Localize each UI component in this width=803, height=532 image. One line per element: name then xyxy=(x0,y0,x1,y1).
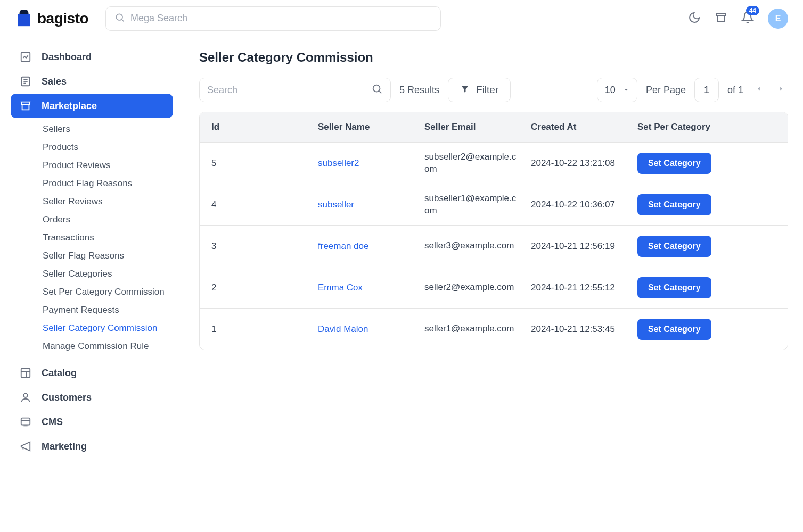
dark-mode-toggle[interactable] xyxy=(688,11,701,26)
subnav-payment-requests[interactable]: Payment Requests xyxy=(11,301,173,319)
table-row: 1David Malonseller1@example.com2024-10-2… xyxy=(200,308,788,350)
cell-created-at: 2024-10-21 12:53:45 xyxy=(531,324,637,335)
table-row: 4subsellersubseller1@example.com2024-10-… xyxy=(200,184,788,225)
subnav-sellers[interactable]: Sellers xyxy=(11,120,173,138)
logo[interactable]: bagisto xyxy=(15,10,88,28)
sidebar-item-sales[interactable]: Sales xyxy=(11,69,173,94)
cell-created-at: 2024-10-22 13:21:08 xyxy=(531,158,637,169)
svg-rect-0 xyxy=(18,14,30,26)
mega-search[interactable] xyxy=(105,6,441,31)
subnav-orders[interactable]: Orders xyxy=(11,211,173,229)
svg-line-16 xyxy=(379,91,381,93)
cell-action: Set Category xyxy=(637,153,776,174)
sidebar-item-cms[interactable]: CMS xyxy=(11,410,173,434)
search-icon xyxy=(371,83,383,97)
search-icon xyxy=(114,12,125,25)
svg-point-15 xyxy=(373,85,380,92)
table-row: 2Emma Coxseller2@example.com2024-10-21 1… xyxy=(200,267,788,308)
set-category-button[interactable]: Set Category xyxy=(637,194,711,215)
dashboard-icon xyxy=(19,51,32,63)
marketplace-submenu: Sellers Products Product Reviews Product… xyxy=(11,118,173,361)
cell-id: 2 xyxy=(211,282,318,293)
notification-badge: 44 xyxy=(746,6,759,15)
set-category-button[interactable]: Set Category xyxy=(637,153,711,174)
th-created-at[interactable]: Created At xyxy=(531,122,637,132)
subnav-products[interactable]: Products xyxy=(11,138,173,156)
cell-seller-name[interactable]: subseller xyxy=(318,200,424,210)
cell-seller-email: subseller2@example.com xyxy=(424,151,531,176)
th-id[interactable]: Id xyxy=(211,122,318,132)
svg-line-2 xyxy=(122,19,124,21)
cell-created-at: 2024-10-21 12:56:19 xyxy=(531,241,637,252)
cell-seller-name[interactable]: Emma Cox xyxy=(318,282,424,293)
subnav-seller-category-commission[interactable]: Seller Category Commission xyxy=(11,319,173,337)
logo-text: bagisto xyxy=(37,10,88,27)
th-seller-name[interactable]: Seller Name xyxy=(318,122,424,132)
svg-point-11 xyxy=(23,394,27,397)
sidebar-item-label: Marketing xyxy=(42,441,87,452)
page-input[interactable] xyxy=(694,78,719,102)
subnav-product-flag-reasons[interactable]: Product Flag Reasons xyxy=(11,174,173,193)
avatar-initial: E xyxy=(775,14,781,23)
cell-seller-email: seller3@example.com xyxy=(424,240,531,252)
subnav-product-reviews[interactable]: Product Reviews xyxy=(11,156,173,174)
catalog-icon xyxy=(19,367,32,379)
svg-point-1 xyxy=(116,14,122,20)
sidebar-item-label: Customers xyxy=(42,392,92,403)
marketplace-icon xyxy=(19,99,32,112)
table-header: Id Seller Name Seller Email Created At S… xyxy=(200,112,788,142)
toolbar: 5 Results Filter 10 Per Page of 1 xyxy=(199,78,788,102)
bag-icon xyxy=(15,10,33,28)
customers-icon xyxy=(19,391,32,404)
cell-action: Set Category xyxy=(637,194,776,215)
set-category-button[interactable]: Set Category xyxy=(637,319,711,340)
set-category-button[interactable]: Set Category xyxy=(637,277,711,298)
perpage-label: Per Page xyxy=(646,85,686,96)
subnav-transactions[interactable]: Transactions xyxy=(11,229,173,247)
th-seller-email[interactable]: Seller Email xyxy=(424,122,531,132)
table-search[interactable] xyxy=(199,78,391,102)
cell-created-at: 2024-10-22 10:36:07 xyxy=(531,200,637,210)
page-of: of 1 xyxy=(727,85,743,96)
mega-search-input[interactable] xyxy=(130,13,432,24)
subnav-set-per-category-commission[interactable]: Set Per Category Commission xyxy=(11,283,173,301)
store-icon[interactable] xyxy=(715,11,727,26)
cell-seller-name[interactable]: David Malon xyxy=(318,324,424,335)
subnav-seller-flag-reasons[interactable]: Seller Flag Reasons xyxy=(11,247,173,265)
table-row: 5subseller2subseller2@example.com2024-10… xyxy=(200,142,788,184)
cell-seller-name[interactable]: freeman doe xyxy=(318,241,424,252)
sidebar-item-dashboard[interactable]: Dashboard xyxy=(11,45,173,69)
sidebar-item-customers[interactable]: Customers xyxy=(11,385,173,410)
topbar: bagisto 44 E xyxy=(0,0,803,37)
avatar[interactable]: E xyxy=(768,9,788,29)
results-count: 5 Results xyxy=(399,85,439,96)
cms-icon xyxy=(19,415,32,428)
th-action: Set Per Category xyxy=(637,122,776,132)
prev-page-button[interactable] xyxy=(752,82,766,98)
sidebar-item-label: CMS xyxy=(42,417,63,428)
filter-label: Filter xyxy=(476,84,498,96)
cell-id: 4 xyxy=(211,200,318,210)
cell-seller-email: seller2@example.com xyxy=(424,281,531,294)
filter-icon xyxy=(460,84,470,96)
sidebar-item-label: Sales xyxy=(42,76,67,87)
sidebar-item-catalog[interactable]: Catalog xyxy=(11,361,173,385)
filter-button[interactable]: Filter xyxy=(448,78,511,102)
page-title: Seller Category Commission xyxy=(199,50,788,65)
subnav-seller-reviews[interactable]: Seller Reviews xyxy=(11,193,173,211)
perpage-select[interactable]: 10 xyxy=(597,78,637,102)
main-content: Seller Category Commission 5 Results Fil… xyxy=(184,37,803,532)
perpage-value: 10 xyxy=(605,85,616,96)
next-page-button[interactable] xyxy=(774,82,788,98)
table-row: 3freeman doeseller3@example.com2024-10-2… xyxy=(200,225,788,267)
cell-seller-name[interactable]: subseller2 xyxy=(318,158,424,169)
sidebar-item-marketing[interactable]: Marketing xyxy=(11,434,173,459)
table-search-input[interactable] xyxy=(207,85,371,96)
subnav-seller-categories[interactable]: Seller Categories xyxy=(11,265,173,283)
subnav-manage-commission-rule[interactable]: Manage Commission Rule xyxy=(11,337,173,355)
set-category-button[interactable]: Set Category xyxy=(637,236,711,257)
cell-created-at: 2024-10-21 12:55:12 xyxy=(531,282,637,293)
sidebar-item-label: Catalog xyxy=(42,368,77,379)
notifications-button[interactable]: 44 xyxy=(741,11,754,26)
sidebar-item-marketplace[interactable]: Marketplace xyxy=(11,94,173,118)
